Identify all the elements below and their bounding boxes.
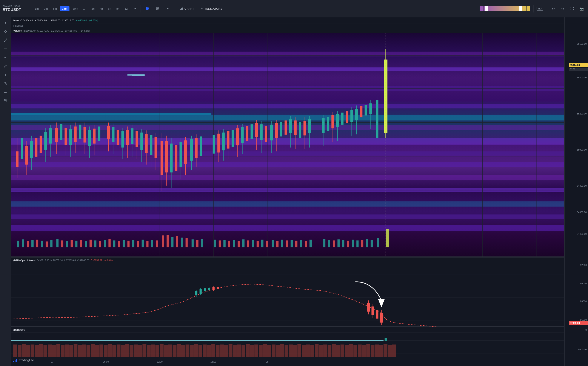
svg-rect-275 xyxy=(356,240,358,247)
redo-btn[interactable]: ↪ xyxy=(559,5,566,12)
timeframe-30m[interactable]: 30m xyxy=(70,6,80,11)
svg-point-19 xyxy=(7,38,7,39)
svg-rect-366 xyxy=(254,344,258,359)
svg-rect-83 xyxy=(60,124,62,140)
candle-chart-icon xyxy=(145,7,150,11)
main-label: Main xyxy=(13,19,19,22)
svg-rect-261 xyxy=(281,240,283,247)
svg-rect-129 xyxy=(175,145,177,171)
svg-rect-386 xyxy=(341,344,344,359)
timeframe-12h[interactable]: 12h xyxy=(122,6,131,11)
timeframe-6h[interactable]: 6h xyxy=(106,6,113,11)
screenshot-btn[interactable]: 📷 xyxy=(578,5,585,12)
range-thumb-right[interactable] xyxy=(519,6,522,11)
tool-measure[interactable] xyxy=(2,88,9,96)
oi-label: (D7R) Open Interest xyxy=(13,259,35,262)
timeframe-more[interactable]: ▾ xyxy=(132,6,138,11)
svg-rect-302 xyxy=(376,310,378,319)
svg-rect-41 xyxy=(11,201,564,206)
timeframe-5m[interactable]: 5m xyxy=(51,6,59,11)
svg-rect-388 xyxy=(349,344,353,359)
timeframe-1h[interactable]: 1h xyxy=(81,6,88,11)
fullscreen-btn[interactable]: ⛶ xyxy=(568,5,576,12)
tool-shapes[interactable] xyxy=(2,79,9,87)
svg-point-18 xyxy=(4,41,5,42)
svg-rect-394 xyxy=(375,344,379,359)
symbol-name: BTCUSDT xyxy=(3,8,28,12)
svg-rect-320 xyxy=(56,344,60,359)
svg-rect-215 xyxy=(50,240,53,247)
timeframe-8h[interactable]: 8h xyxy=(114,6,121,11)
svg-rect-97 xyxy=(93,129,95,144)
exchange-label: BINANCE USD·M xyxy=(3,5,28,8)
svg-rect-216 xyxy=(56,239,58,247)
svg-rect-225 xyxy=(99,241,101,247)
svg-rect-169 xyxy=(280,122,282,136)
svg-rect-93 xyxy=(83,127,86,143)
hd-btn[interactable]: HD xyxy=(537,7,543,10)
oi-close: C:87063.03 xyxy=(77,259,89,262)
svg-rect-193 xyxy=(346,111,348,123)
svg-rect-279 xyxy=(377,238,379,247)
main-chart-panel[interactable] xyxy=(11,33,564,256)
tool-trendline[interactable] xyxy=(2,36,9,44)
time-label-07: 07 xyxy=(51,360,53,363)
undo-btn[interactable]: ↩ xyxy=(549,5,557,12)
price-35400: 35400.00 xyxy=(577,76,587,79)
svg-rect-241 xyxy=(176,236,178,247)
time-label-1200: 12:00 xyxy=(157,360,163,363)
svg-rect-276 xyxy=(361,240,363,247)
trendline-icon xyxy=(4,38,7,42)
timeframe-3m[interactable]: 3m xyxy=(42,6,50,11)
color-range-slider[interactable] xyxy=(484,6,526,11)
indicators-btn[interactable]: INDICATORS xyxy=(198,6,225,12)
oi-price-88000: 88000 xyxy=(580,300,587,303)
svg-rect-258 xyxy=(266,241,268,247)
tool-hline[interactable] xyxy=(2,45,9,53)
svg-rect-334 xyxy=(117,344,120,359)
cvd-price-neg5000: -5000.00 xyxy=(578,348,587,351)
tool-cursor[interactable] xyxy=(2,19,9,27)
tool-brush[interactable] xyxy=(2,62,9,70)
timeframe-15m[interactable]: 15m xyxy=(60,6,70,11)
tool-fibonacci[interactable]: φ xyxy=(2,53,9,61)
chart-icon xyxy=(180,7,183,10)
price-35200: 35200.00 xyxy=(577,112,587,115)
svg-rect-44 xyxy=(11,113,211,115)
svg-rect-201 xyxy=(365,105,367,115)
svg-rect-79 xyxy=(49,128,52,144)
svg-rect-171 xyxy=(285,121,287,135)
tool-crosshair[interactable] xyxy=(2,28,9,35)
chart-type-candle-btn[interactable] xyxy=(143,4,152,13)
svg-rect-191 xyxy=(341,113,343,125)
svg-rect-230 xyxy=(123,240,125,247)
svg-rect-274 xyxy=(352,240,354,247)
svg-rect-235 xyxy=(146,241,148,247)
svg-rect-211 xyxy=(32,240,33,247)
price-35600: 35600.00 xyxy=(577,43,587,45)
oi-price-90000: 90000 xyxy=(580,282,587,285)
tool-zoom[interactable] xyxy=(2,96,9,104)
shapes-icon xyxy=(4,81,7,85)
oi-info-bar: (D7R) Open Interest O:90715.85 H:90755.1… xyxy=(11,258,564,263)
tool-text[interactable]: T xyxy=(2,71,9,78)
right-axes: 35600.00 35400.00 35200.00 35000.00 3480… xyxy=(564,17,588,366)
all-panels: Main O:34854.40 H:35404.80 L:34844.00 C:… xyxy=(11,17,564,366)
timeframe-2h[interactable]: 2h xyxy=(89,6,96,11)
left-sidebar: φ T xyxy=(0,17,11,366)
svg-rect-203 xyxy=(369,103,372,114)
range-thumb-left[interactable] xyxy=(485,6,488,11)
cvd-panel: (D7R) CVD+ xyxy=(11,327,564,357)
chart-compare-btn[interactable] xyxy=(153,4,162,13)
svg-rect-209 xyxy=(22,239,24,247)
svg-rect-364 xyxy=(246,344,250,359)
timeframe-1m[interactable]: 1m xyxy=(33,6,41,11)
timeframe-4h[interactable]: 4h xyxy=(98,6,105,11)
svg-rect-185 xyxy=(327,117,329,131)
main-low: L:34844.00 xyxy=(48,19,60,22)
current-price-label: 35314.00 xyxy=(569,63,588,67)
undo-icon: ↩ xyxy=(552,7,555,11)
svg-rect-267 xyxy=(310,240,312,247)
chart-menu-btn[interactable]: CHART xyxy=(177,6,197,12)
chart-options-btn[interactable]: ▾ xyxy=(163,4,173,13)
